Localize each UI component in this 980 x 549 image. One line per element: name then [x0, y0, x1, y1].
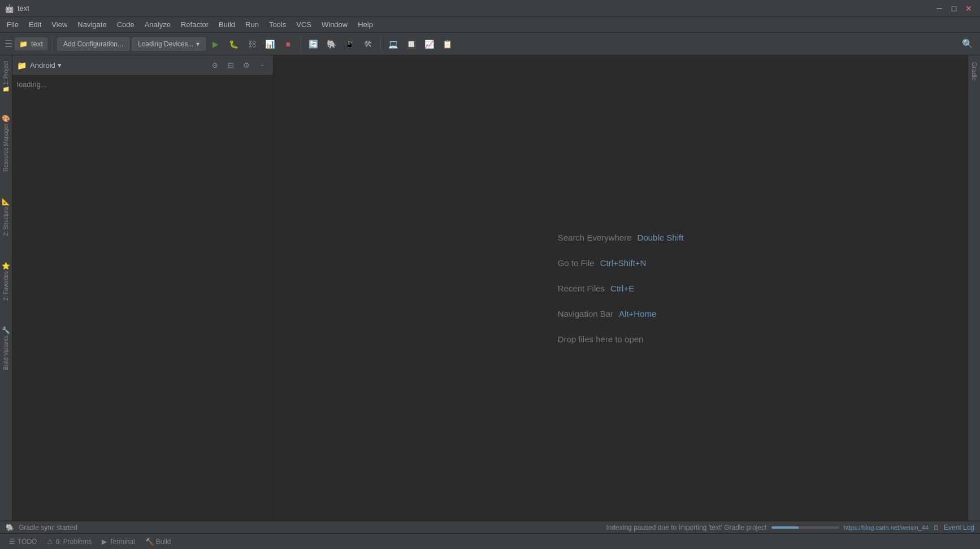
stop-button[interactable]: ■: [280, 36, 296, 52]
loading-text: loading...: [17, 80, 47, 89]
menu-item-edit[interactable]: Edit: [24, 19, 46, 30]
resource-manager-label: Resource Manager: [3, 124, 9, 172]
maximize-button[interactable]: □: [947, 3, 961, 14]
hamburger-icon: ☰: [5, 38, 12, 49]
android-label: Android: [30, 61, 55, 69]
menu-item-navigate[interactable]: Navigate: [73, 19, 111, 30]
bottom-tab-todo[interactable]: ☰TODO: [5, 536, 41, 547]
favorites-icon: ⭐: [2, 262, 10, 270]
bottom-tab-label-0: TODO: [18, 538, 37, 546]
bottom-tab-label-3: Build: [156, 538, 171, 546]
menu-item-file[interactable]: File: [2, 19, 23, 30]
menu-item-run[interactable]: Run: [241, 19, 263, 30]
minimize-button[interactable]: ─: [933, 3, 946, 14]
menu-item-analyze[interactable]: Analyze: [140, 19, 175, 30]
build-variants-label: Build Variants: [3, 336, 9, 370]
device-manager-button[interactable]: 💻: [385, 36, 401, 52]
bottom-tab-icon-1: ⚠: [47, 538, 53, 546]
goto-file-label: Go to File: [558, 258, 595, 268]
project-panel-icon: 📁: [3, 86, 9, 93]
panel-settings-button[interactable]: ⚙: [240, 59, 253, 72]
toolbar-separator-2: [301, 37, 301, 51]
dropdown-arrow-icon: ▾: [196, 40, 200, 48]
sdk-button[interactable]: 🛠: [360, 36, 376, 52]
gradle-sync-text: Gradle sync started: [19, 524, 77, 531]
event-log-icon: 🗒: [933, 524, 939, 531]
build-variants-tab[interactable]: 🔧 Build Variants: [0, 322, 12, 374]
menu-item-code[interactable]: Code: [112, 19, 139, 30]
debug-button[interactable]: 🐛: [226, 36, 242, 52]
status-right: Indexing paused due to Importing 'text' …: [606, 524, 974, 531]
structure-label: 2: Structure: [3, 207, 9, 236]
left-panel-tabs: 📁 1: Project 🎨 Resource Manager 📐 2: Str…: [0, 55, 12, 521]
avd-button[interactable]: 📱: [342, 36, 358, 52]
menu-item-build[interactable]: Build: [214, 19, 240, 30]
menu-item-window[interactable]: Window: [317, 19, 352, 30]
toolbar-separator-3: [380, 37, 381, 51]
project-name: text: [31, 40, 43, 48]
bottom-tab-terminal[interactable]: ▶Terminal: [97, 536, 139, 547]
goto-file-key: Ctrl+Shift+N: [600, 258, 647, 268]
bottom-tab-build[interactable]: 🔨Build: [141, 536, 176, 547]
collapse-all-button[interactable]: ⊟: [224, 59, 237, 72]
add-config-button[interactable]: Add Configuration...: [57, 37, 129, 51]
project-panel: 📁 Android ▾ ⊕ ⊟ ⚙ − loading...: [12, 55, 274, 521]
menu-item-tools[interactable]: Tools: [264, 19, 290, 30]
status-link[interactable]: https://blog.csdn.net/weixin_44: [844, 524, 929, 531]
search-everywhere-label: Search Everywhere: [558, 233, 632, 242]
search-everywhere-button[interactable]: 🔍: [960, 36, 975, 52]
build-variants-icon: 🔧: [2, 326, 10, 334]
close-button[interactable]: ✕: [962, 3, 975, 14]
project-tab-vert[interactable]: 📁 1: Project: [1, 55, 11, 99]
status-left: 🐘 Gradle sync started: [6, 524, 77, 531]
indexing-text: Indexing paused due to Importing 'text' …: [606, 524, 766, 531]
drop-files-row: Drop files here to open: [558, 334, 644, 344]
indexing-progress-fill: [771, 526, 799, 529]
favorites-label: 2: Favorites: [3, 271, 9, 300]
search-everywhere-key: Double Shift: [638, 233, 684, 242]
loading-devices-button[interactable]: Loading Devices... ▾: [132, 37, 206, 51]
bottom-toolbar: ☰TODO⚠6: Problems▶Terminal🔨Build: [0, 533, 980, 549]
run-button[interactable]: ▶: [208, 36, 224, 52]
project-tree: loading...: [12, 76, 273, 521]
profiler-button[interactable]: 📈: [422, 36, 437, 52]
nav-bar-label: Navigation Bar: [558, 309, 613, 319]
title-text: text: [18, 4, 29, 12]
menu-item-view[interactable]: View: [47, 19, 72, 30]
recent-files-row: Recent Files Ctrl+E: [558, 284, 634, 293]
panel-hide-button[interactable]: −: [256, 59, 268, 72]
sync-button[interactable]: 🔄: [306, 36, 322, 52]
toolbar-separator-1: [52, 37, 53, 51]
logcat-button[interactable]: 📋: [440, 36, 456, 52]
goto-file-row: Go to File Ctrl+Shift+N: [558, 258, 647, 268]
bottom-tab-icon-2: ▶: [102, 538, 107, 546]
menu-item-vcs[interactable]: VCS: [292, 19, 316, 30]
menu-item-refactor[interactable]: Refactor: [176, 19, 213, 30]
gradle-icon-small: 🐘: [6, 524, 14, 531]
favorites-tab[interactable]: ⭐ 2: Favorites: [0, 258, 12, 305]
gradle-sidebar: Gradle: [968, 55, 980, 521]
resource-manager-tab[interactable]: 🎨 Resource Manager: [0, 110, 12, 176]
bottom-tab-6--problems[interactable]: ⚠6: Problems: [42, 536, 96, 547]
project-icon: 📁: [19, 40, 28, 48]
gradle-tab[interactable]: Gradle: [969, 58, 979, 85]
gradle-button[interactable]: 🐘: [324, 36, 340, 52]
status-bar: 🐘 Gradle sync started Indexing paused du…: [0, 521, 980, 533]
attach-debugger-button[interactable]: ⛓: [244, 36, 260, 52]
recent-files-key: Ctrl+E: [610, 284, 634, 293]
menu-bar: FileEditViewNavigateCodeAnalyzeRefactorB…: [0, 17, 980, 33]
profile-button[interactable]: 📊: [262, 36, 278, 52]
locate-button[interactable]: ⊕: [209, 59, 221, 72]
resource-manager-icon: 🎨: [2, 115, 10, 123]
android-dropdown[interactable]: Android ▾: [30, 61, 205, 69]
nav-bar-key: Alt+Home: [619, 309, 656, 319]
bottom-tab-icon-3: 🔨: [145, 538, 154, 546]
project-tab[interactable]: 📁 text: [15, 37, 47, 50]
bottom-tab-icon-0: ☰: [9, 538, 15, 546]
layout-inspector-button[interactable]: 🔲: [404, 36, 419, 52]
event-log-label[interactable]: Event Log: [944, 524, 974, 531]
menu-item-help[interactable]: Help: [353, 19, 378, 30]
app-icon: 🤖: [5, 4, 14, 13]
editor-area[interactable]: Search Everywhere Double Shift Go to Fil…: [274, 55, 968, 521]
structure-tab[interactable]: 📐 2: Structure: [0, 193, 12, 241]
